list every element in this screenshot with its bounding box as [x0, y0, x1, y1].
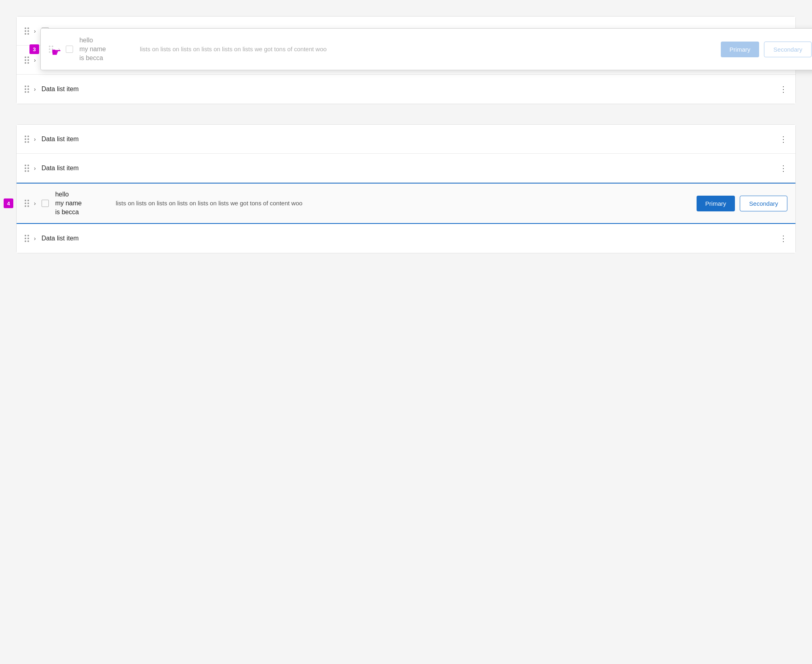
section2: › Data list item ⋮ › Data list item ⋮ 4 … — [16, 124, 796, 253]
item-title: Data list item — [42, 86, 90, 93]
drag-handle-icon[interactable] — [49, 46, 53, 53]
item-line-3: is becca — [55, 209, 104, 216]
item-multiline: hello my name is becca — [55, 191, 104, 216]
chevron-icon[interactable]: › — [34, 136, 36, 142]
drag-handle-icon[interactable] — [25, 27, 29, 35]
chevron-icon[interactable]: › — [34, 28, 36, 34]
action-buttons: Primary Secondary — [697, 196, 787, 211]
badge-3: 3 — [29, 44, 39, 54]
chevron-icon[interactable]: › — [34, 165, 36, 171]
drag-handle-icon[interactable] — [25, 235, 29, 242]
item-multiline: hello my name is becca — [80, 37, 128, 62]
kebab-menu-icon[interactable]: ⋮ — [779, 134, 787, 144]
kebab-menu-icon[interactable]: ⋮ — [779, 234, 787, 243]
chevron-icon[interactable]: › — [34, 86, 36, 92]
primary-button[interactable]: Primary — [721, 42, 760, 57]
chevron-icon[interactable]: › — [34, 235, 36, 242]
drag-handle-icon[interactable] — [25, 165, 29, 172]
checkbox[interactable] — [42, 200, 49, 207]
list-row: › Data list item ⋮ — [17, 125, 795, 154]
item-title: Data list item — [42, 235, 90, 242]
secondary-button[interactable]: Secondary — [764, 42, 812, 57]
item-line-1: hello — [55, 191, 104, 198]
item-title: Data list item — [42, 165, 90, 172]
primary-button[interactable]: Primary — [697, 196, 735, 211]
chevron-icon[interactable]: › — [34, 200, 36, 207]
drag-handle-icon[interactable] — [25, 136, 29, 143]
list-row: › Data list item ⋮ — [17, 75, 795, 104]
item-line-3: is becca — [80, 54, 128, 62]
chevron-icon[interactable]: › — [58, 46, 60, 52]
checkbox[interactable] — [66, 46, 73, 53]
item-description: lists on lists on lists on lists on list… — [128, 45, 721, 54]
drag-handle-icon[interactable] — [25, 200, 29, 207]
drag-overlay: 3 ☛ › hello my name is becca lists on li… — [40, 28, 812, 70]
list-row: › Data list item ⋮ — [17, 154, 795, 183]
list-row: › Data list item ⋮ — [17, 224, 795, 253]
secondary-button[interactable]: Secondary — [740, 196, 787, 211]
item-title: Data list item — [42, 136, 90, 143]
chevron-icon[interactable]: › — [34, 57, 36, 63]
item-description: lists on lists on lists on lists on list… — [104, 199, 697, 208]
item-line-2: my name — [80, 46, 128, 53]
action-buttons: Primary Secondary — [721, 42, 812, 57]
item-line-2: my name — [55, 200, 104, 207]
item-line-1: hello — [80, 37, 128, 44]
drag-handle-icon[interactable] — [25, 56, 29, 64]
kebab-menu-icon[interactable]: ⋮ — [779, 84, 787, 94]
expanded-list-row: 4 › hello my name is becca lists on list… — [17, 183, 795, 224]
section2-container: › Data list item ⋮ › Data list item ⋮ 4 … — [16, 124, 796, 253]
section1-container: › Data list item ⋮ › Data list item ⋮ › … — [16, 16, 796, 104]
badge-4: 4 — [4, 198, 13, 208]
drag-handle-icon[interactable] — [25, 86, 29, 93]
kebab-menu-icon[interactable]: ⋮ — [779, 163, 787, 173]
